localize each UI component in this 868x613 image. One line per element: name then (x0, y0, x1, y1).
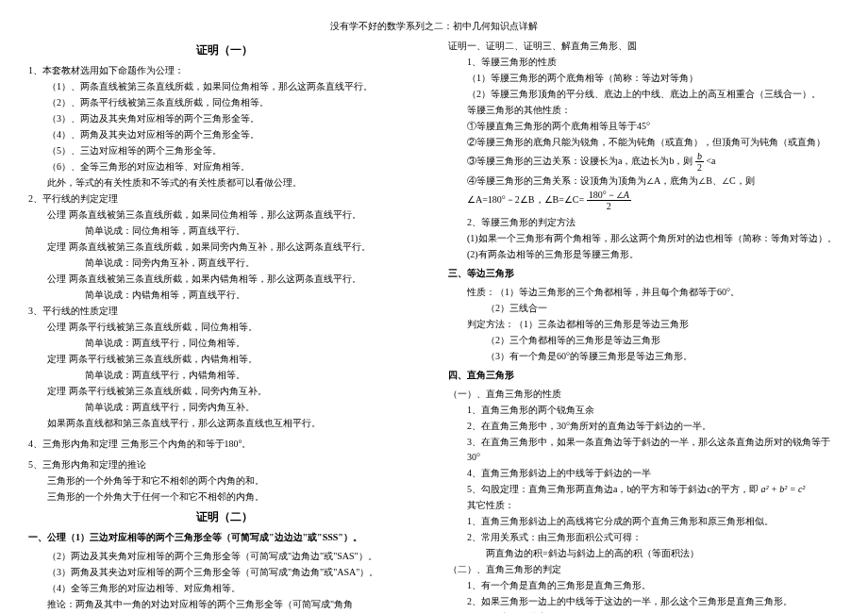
right-column: 证明一、证明二、证明三、解直角三角形、圆 1、等腰三角形的性质 （1）等腰三角形… (448, 38, 840, 613)
item-2a: 公理 两条直线被第三条直线所截，如果同位角相等，那么这两条直线平行。 (28, 207, 420, 223)
item-3: 3、平行线的性质定理 (28, 304, 420, 319)
item-5: 5、三角形内角和定理的推论 (28, 457, 420, 472)
iso-1h: ∠A=180°－2∠B，∠B=∠C= 180°－∠A2 (448, 190, 840, 211)
iso-1h-prefix: ∠A=180°－2∠B，∠B=∠C= (467, 194, 584, 205)
pythagoras-formula: a² + b² = c² (760, 484, 805, 494)
item-1: 1、本套教材选用如下命题作为公理： (28, 63, 420, 78)
eq-c: 判定方法：（1）三条边都相等的三角形是等边三角形 (448, 317, 840, 332)
item-3b2: 简单说成：两直线平行，内错角相等。 (28, 368, 420, 383)
rt-b: 1、直角三角形的两个锐角互余 (448, 403, 840, 418)
iso-1c: 等腰三角形的其他性质： (448, 103, 840, 118)
axiom-heading: 一、公理（1）三边对应相等的两个三角形全等（可简写成"边边边"或"SSS"）。 (28, 530, 420, 545)
iso-1d: ①等腰直角三角形的两个底角相等且等于45° (448, 119, 840, 134)
fraction-angle: 180°－∠A2 (587, 190, 631, 211)
item-3a2: 简单说成：两直线平行，同位角相等。 (28, 336, 420, 351)
rt-a: （一）、直角三角形的性质 (448, 387, 840, 402)
item-3b: 定理 两条平行线被第三条直线所截，内错角相等。 (28, 352, 420, 367)
eq-b: （2）三线合一 (448, 301, 840, 316)
iso-1f-suffix: <a (706, 156, 715, 166)
rt-judge-heading: （二）、直角三角形的判定 (448, 562, 840, 577)
axiom-text: 一、公理（1）三边对应相等的两个三角形全等（可简写成"边边边"或"SSS"）。 (28, 532, 362, 542)
eq-d: （2）三个角都相等的三角形是等边三角形 (448, 333, 840, 348)
iso-1b: （2）等腰三角形顶角的平分线、底边上的中线、底边上的高互相重合（三线合一）。 (448, 87, 840, 102)
left-column: 证明（一） 1、本套教材选用如下命题作为公理： （1）、两条直线被第三条直线所截… (28, 38, 420, 613)
iso-2b: (2)有两条边相等的三角形是等腰三角形。 (448, 247, 840, 262)
iso-2a: (1)如果一个三角形有两个角相等，那么这两个角所对的边也相等（简称：等角对等边）… (448, 231, 840, 246)
rt-e: 4、直角三角形斜边上的中线等于斜边的一半 (448, 466, 840, 481)
iso-1g: ④等腰三角形的三角关系：设顶角为顶角为∠A，底角为∠B、∠C，则 (448, 174, 840, 189)
item-2c: 公理 两条直线被第三条直线所截，如果内错角相等，那么这两条直线平行。 (28, 272, 420, 287)
item-2: 2、平行线的判定定理 (28, 191, 420, 207)
item-1-note: 此外，等式的有关性质和不等式的有关性质都可以看做公理。 (28, 175, 420, 191)
item-2b2: 简单说成：同旁内角互补，两直线平行。 (28, 256, 420, 271)
iso-1f: ③等腰三角形的三边关系：设腰长为a，底边长为b，则 b2 <a (448, 151, 840, 173)
item-1-2: （2）、两条平行线被第三条直线所截，同位角相等。 (28, 95, 420, 110)
item-4: 4、三角形内角和定理 三角形三个内角的和等于180°。 (28, 437, 420, 452)
iso-2: 2、等腰三角形的判定方法 (448, 215, 840, 230)
item-2b: 定理 两条直线被第三条直线所截，如果同旁内角互补，那么这两条直线平行。 (28, 240, 420, 255)
item-3a: 公理 两条平行线被第三条直线所截，同位角相等。 (28, 320, 420, 335)
item-5b: 三角形的一个外角大于任何一个和它不相邻的内角。 (28, 489, 420, 505)
item-2c2: 简单说成：内错角相等，两直线平行。 (28, 288, 420, 303)
item-3c: 定理 两条平行线被第三条直线所截，同旁内角互补。 (28, 384, 420, 399)
fraction-b-over-2: b2 (695, 151, 704, 173)
rt-g: 其它性质： (448, 498, 840, 513)
item-1-1: （1）、两条直线被第三条直线所截，如果同位角相等，那么这两条直线平行。 (28, 79, 420, 94)
rt-i: 2、常用关系式：由三角形面积公式可得： (448, 530, 840, 545)
rt-5b: 2、如果三角形一边上的中线等于这边的一半，那么这个三角形是直角三角形。 (448, 594, 840, 609)
item-1-4: （4）、两角及其夹边对应相等的两个三角形全等。 (28, 127, 420, 142)
eq-e: （3）有一个角是60°的等腰三角形是等边三角形。 (448, 349, 840, 364)
rt-d: 3、在直角三角形中，如果一条直角边等于斜边的一半，那么这条直角边所对的锐角等于3… (448, 435, 840, 465)
rt-f-prefix: 5、勾股定理：直角三角形两直角边a，b的平方和等于斜边c的平方，即 (467, 484, 759, 494)
equilateral-heading: 三、等边三角形 (448, 266, 840, 281)
iso-1f-prefix: ③等腰三角形的三边关系：设腰长为a，底边长为b，则 (467, 156, 693, 166)
rt-h: 1、直角三角形斜边上的高线将它分成的两个直角三角形和原三角形相似。 (448, 514, 840, 529)
item-2a2: 简单说成：同位角相等，两直线平行。 (28, 224, 420, 239)
rt-f: 5、勾股定理：直角三角形两直角边a，b的平方和等于斜边c的平方，即 a² + b… (448, 482, 840, 497)
axiom-corollary: 推论：两角及其中一角的对边对应相等的两个三角形全等（可简写成"角角边"或"AAS… (28, 597, 420, 613)
proof-1-title: 证明（一） (28, 41, 420, 59)
rt-5a: 1、有一个角是直角的三角形是直角三角形。 (448, 578, 840, 593)
axiom-2: （2）两边及其夹角对应相等的两个三角形全等（可简写成"边角边"或"SAS"）。 (28, 549, 420, 564)
iso-1: 1、等腰三角形的性质 (448, 55, 840, 70)
item-1-6: （6）、全等三角形的对应边相等、对应角相等。 (28, 159, 420, 174)
doc-series-title: 没有学不好的数学系列之二：初中几何知识点详解 (28, 19, 840, 34)
right-triangle-heading: 四、直角三角形 (448, 368, 840, 383)
item-1-5: （5）、三边对应相等的两个三角形全等。 (28, 143, 420, 158)
iso-1e: ②等腰三角形的底角只能为锐角，不能为钝角（或直角），但顶角可为钝角（或直角） (448, 135, 840, 150)
item-3d: 如果两条直线都和第三条直线平行，那么这两条直线也互相平行。 (28, 416, 420, 431)
proof-2-title: 证明（二） (28, 508, 420, 526)
toc-line: 证明一、证明二、证明三、解直角三角形、圆 (448, 39, 840, 54)
two-column-layout: 证明（一） 1、本套教材选用如下命题作为公理： （1）、两条直线被第三条直线所截… (28, 38, 840, 613)
rt-c: 2、在直角三角形中，30°角所对的直角边等于斜边的一半。 (448, 419, 840, 434)
iso-1a: （1）等腰三角形的两个底角相等（简称：等边对等角） (448, 71, 840, 86)
item-3c2: 简单说成：两直线平行，同旁内角互补。 (28, 400, 420, 415)
item-5a: 三角形的一个外角等于和它不相邻的两个内角的和。 (28, 473, 420, 489)
axiom-3: （3）两角及其夹边对应相等的两个三角形全等（可简写成"角边角"或"ASA"）。 (28, 565, 420, 580)
item-1-3: （3）、两边及其夹角对应相等的两个三角形全等。 (28, 111, 420, 126)
eq-a: 性质：（1）等边三角形的三个角都相等，并且每个角都等于60°。 (448, 285, 840, 300)
axiom-4: （4）全等三角形的对应边相等、对应角相等。 (28, 581, 420, 596)
rt-j: 两直角边的积=斜边与斜边上的高的积（等面积法） (448, 546, 840, 561)
